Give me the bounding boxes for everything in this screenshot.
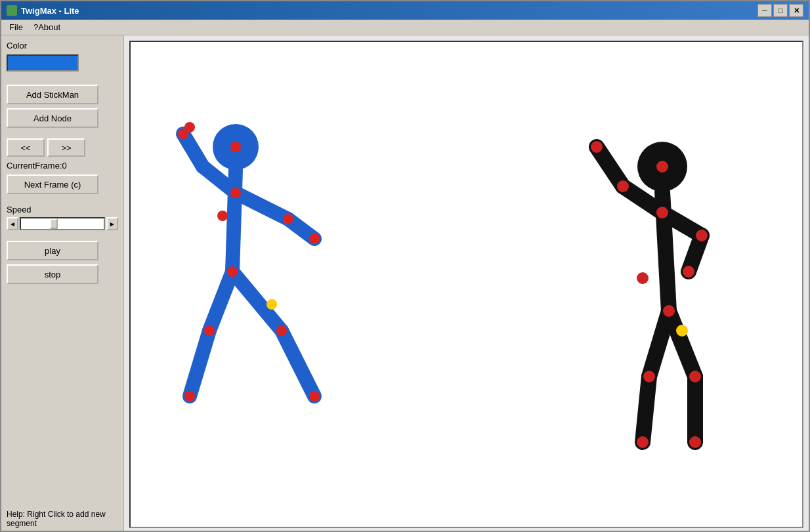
speed-track[interactable]: [20, 217, 105, 230]
speed-section: Speed ◄ ►: [7, 205, 118, 230]
animation-canvas[interactable]: [129, 41, 803, 528]
title-bar: TwigMax - Lite ─ □ ✕: [1, 1, 809, 20]
nav-buttons: << >>: [7, 138, 118, 157]
color-label: Color: [7, 41, 118, 51]
speed-increase-button[interactable]: ►: [106, 217, 118, 230]
prev-frame-button[interactable]: <<: [7, 138, 45, 157]
canvas-area: [124, 35, 809, 532]
help-text: Help: Right Click to add new segment: [7, 504, 118, 528]
close-button[interactable]: ✕: [789, 4, 803, 17]
menu-bar: File ?About: [1, 20, 809, 35]
speed-thumb[interactable]: [50, 218, 58, 229]
about-menu[interactable]: ?About: [28, 21, 66, 33]
app-window: TwigMax - Lite ─ □ ✕ File ?About Color A…: [0, 0, 810, 532]
play-button[interactable]: play: [7, 241, 98, 260]
minimize-button[interactable]: ─: [757, 4, 772, 17]
speed-decrease-button[interactable]: ◄: [7, 217, 18, 230]
stickman-canvas[interactable]: [131, 42, 802, 527]
main-content: Color Add StickMan Add Node << >> Curren…: [1, 35, 809, 532]
window-title: TwigMax - Lite: [21, 6, 79, 16]
app-icon: [7, 5, 17, 16]
file-menu[interactable]: File: [4, 21, 28, 33]
current-frame-label: CurrentFrame:0: [7, 161, 118, 171]
color-swatch[interactable]: [7, 54, 79, 72]
maximize-button[interactable]: □: [773, 4, 788, 17]
window-controls: ─ □ ✕: [757, 4, 803, 17]
speed-label: Speed: [7, 205, 118, 215]
add-node-button[interactable]: Add Node: [7, 108, 98, 128]
speed-slider-row: ◄ ►: [7, 217, 118, 230]
next-frame-c-button[interactable]: Next Frame (c): [7, 174, 98, 194]
sidebar: Color Add StickMan Add Node << >> Curren…: [1, 35, 124, 532]
next-frame-button[interactable]: >>: [47, 138, 85, 157]
stop-button[interactable]: stop: [7, 264, 98, 284]
add-stickman-button[interactable]: Add StickMan: [7, 85, 98, 104]
